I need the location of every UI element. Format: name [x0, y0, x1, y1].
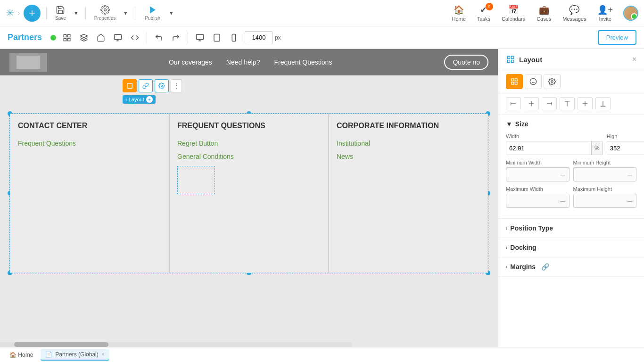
- save-button[interactable]: Save: [52, 3, 69, 23]
- svg-rect-3: [68, 34, 70, 37]
- main-content-area: Our coverages Need help? Frequent Questi…: [0, 49, 644, 347]
- width-value-input[interactable]: 62.91: [506, 141, 591, 155]
- properties-dropdown-button[interactable]: ▾: [122, 9, 129, 16]
- docking-section[interactable]: › Docking: [498, 238, 644, 257]
- tab-close-button[interactable]: ×: [101, 351, 105, 358]
- layout-link-button[interactable]: [139, 79, 153, 92]
- column-1-title: CONTACT CENTER: [18, 122, 161, 130]
- alignment-row: [498, 93, 644, 115]
- high-label: High: [607, 133, 644, 139]
- align-center-v-button[interactable]: [578, 97, 593, 110]
- min-height-input[interactable]: –: [573, 167, 637, 181]
- layout-editor: ⋮ ‹ Layout + CONTACT CENTER: [0, 75, 498, 283]
- column-3: CORPORATE INFORMATION Institutional News: [329, 114, 488, 273]
- layers-button[interactable]: [78, 32, 90, 44]
- layout-select-button[interactable]: [123, 79, 137, 92]
- min-width-input[interactable]: –: [506, 167, 570, 181]
- svg-rect-6: [115, 34, 122, 40]
- size-section-header[interactable]: ▼ Size: [506, 120, 636, 128]
- preview-button[interactable]: Preview: [598, 30, 636, 45]
- save-icon: [56, 5, 65, 15]
- max-height-field: Maximum Height –: [573, 186, 637, 208]
- logo-image: [17, 56, 40, 69]
- partners-tab[interactable]: 📄 Partners (Global) ×: [41, 349, 109, 361]
- column-3-title: CORPORATE INFORMATION: [337, 122, 480, 130]
- position-type-label: Position Type: [510, 224, 553, 232]
- horizontal-scrollbar[interactable]: [0, 342, 352, 347]
- tablet-view-button[interactable]: [211, 32, 223, 44]
- width-high-row: Width 62.91 % High 352 px: [506, 133, 636, 155]
- logo-icon: ✳: [6, 7, 14, 19]
- second-toolbar: Partners 1400 px Preview: [0, 26, 644, 49]
- save-dropdown-button[interactable]: ▾: [73, 9, 80, 16]
- home-tab[interactable]: 🏠 Home: [6, 350, 37, 360]
- canvas-quote-button[interactable]: Quote no: [444, 55, 488, 70]
- code-button[interactable]: [129, 32, 141, 44]
- nav-messages[interactable]: 💬 Messages: [558, 3, 591, 24]
- svg-rect-18: [507, 60, 510, 63]
- column-1-link-1[interactable]: Frequent Questions: [18, 140, 161, 147]
- panel-close-button[interactable]: ×: [632, 55, 636, 64]
- margins-chevron-icon: ›: [506, 264, 507, 270]
- panel-tab-layout[interactable]: [506, 74, 523, 89]
- layout-add-button[interactable]: +: [146, 96, 153, 103]
- layout-more-button[interactable]: ⋮: [171, 79, 182, 92]
- cases-icon: 💼: [539, 5, 549, 15]
- align-right-button[interactable]: [542, 97, 557, 110]
- messages-icon: 💬: [569, 5, 579, 15]
- user-avatar[interactable]: [623, 6, 638, 21]
- docking-chevron-icon: ›: [506, 245, 507, 250]
- publish-dropdown-button[interactable]: ▾: [168, 9, 175, 16]
- svg-rect-23: [515, 82, 517, 84]
- canvas-nav-link-faq[interactable]: Frequent Questions: [274, 58, 332, 66]
- panel-tab-style[interactable]: [525, 74, 542, 89]
- nav-home[interactable]: 🏠 Home: [447, 3, 471, 24]
- svg-point-27: [551, 81, 553, 82]
- svg-rect-4: [64, 38, 66, 41]
- save-label: Save: [55, 16, 66, 21]
- panel-tab-settings[interactable]: [544, 74, 561, 89]
- high-value-input[interactable]: 352: [607, 141, 644, 155]
- nav-cases[interactable]: 💼 Cases: [532, 3, 556, 24]
- position-type-section[interactable]: › Position Type: [498, 219, 644, 238]
- max-height-input[interactable]: –: [573, 194, 637, 208]
- panel-tabs: [498, 70, 644, 93]
- undo-button[interactable]: [153, 32, 165, 44]
- nav-invite[interactable]: 👤+ Invite: [593, 3, 618, 24]
- add-button[interactable]: +: [24, 5, 41, 22]
- properties-button[interactable]: Properties: [91, 3, 119, 23]
- min-height-field: Minimum Height –: [573, 160, 637, 181]
- responsive-button[interactable]: [112, 32, 124, 44]
- navigation-button[interactable]: [95, 32, 107, 44]
- nav-calendars[interactable]: 📅 Calendars: [497, 3, 530, 24]
- desktop-view-button[interactable]: [194, 32, 206, 44]
- align-top-button[interactable]: [560, 97, 575, 110]
- max-height-label: Maximum Height: [573, 186, 637, 192]
- size-collapse-icon: ▼: [506, 120, 512, 128]
- max-width-input[interactable]: –: [506, 194, 570, 208]
- column-3-link-2[interactable]: News: [337, 153, 480, 160]
- invite-icon: 👤+: [597, 5, 613, 15]
- column-2-link-2[interactable]: General Conditions: [177, 153, 321, 160]
- column-2-link-1[interactable]: Regret Button: [177, 140, 321, 147]
- align-left-button[interactable]: [506, 97, 521, 110]
- bottom-bar: 🏠 Home 📄 Partners (Global) ×: [0, 347, 644, 362]
- canvas-nav-link-coverages[interactable]: Our coverages: [169, 58, 212, 66]
- canvas-width-input[interactable]: 1400: [245, 31, 273, 44]
- nav-chevron-icon[interactable]: ›: [18, 10, 20, 16]
- canvas-logo: [9, 53, 47, 72]
- publish-button[interactable]: Publish: [141, 3, 164, 23]
- redo-button[interactable]: [170, 32, 182, 44]
- grid-view-button[interactable]: [61, 32, 73, 44]
- column-3-link-1[interactable]: Institutional: [337, 140, 480, 147]
- align-bottom-button[interactable]: [595, 97, 611, 110]
- canvas-nav-link-help[interactable]: Need help?: [226, 58, 260, 66]
- column-2: FREQUENT QUESTIONS Regret Button General…: [169, 114, 329, 273]
- layout-settings-button[interactable]: [155, 79, 169, 92]
- columns-container: CONTACT CENTER Frequent Questions FREQUE…: [9, 113, 488, 273]
- align-center-h-button[interactable]: [524, 97, 539, 110]
- margins-section[interactable]: › Margins 🔗: [498, 257, 644, 277]
- drop-zone: [177, 166, 215, 194]
- mobile-view-button[interactable]: [228, 32, 240, 44]
- nav-tasks[interactable]: ✔ 9 Tasks: [472, 3, 495, 24]
